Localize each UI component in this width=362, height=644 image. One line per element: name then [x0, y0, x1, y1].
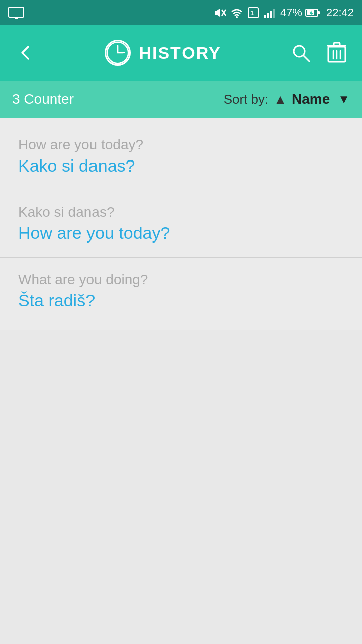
svg-rect-24 [334, 43, 340, 46]
app-bar-title: HISTORY [105, 40, 221, 66]
search-button[interactable] [288, 40, 314, 66]
list-item[interactable]: How are you today? Kako si danas? [0, 123, 362, 190]
screen-icon [8, 7, 24, 19]
history-list: How are you today? Kako si danas? Kako s… [0, 118, 362, 330]
sim-icon: 1 [247, 7, 260, 19]
history-clock-icon [105, 40, 131, 66]
signal-icon [263, 7, 277, 19]
sort-dropdown-icon[interactable]: ▼ [338, 92, 350, 106]
svg-rect-15 [318, 11, 320, 14]
svg-point-17 [107, 42, 128, 63]
delete-button[interactable] [324, 40, 350, 66]
svg-rect-1 [15, 17, 18, 19]
status-bar-left [8, 7, 209, 19]
svg-rect-9 [264, 15, 266, 18]
sort-bar: 3 Counter Sort by: ▲ Name ▼ [0, 80, 362, 118]
item-primary-text: How are you today? [18, 137, 344, 153]
item-secondary-text: How are you today? [18, 223, 344, 243]
status-time: 22:42 [326, 6, 354, 19]
status-bar: 1 47% 22:42 [0, 0, 362, 25]
app-bar: HISTORY [0, 25, 362, 80]
sort-name-label: Name [292, 91, 330, 107]
svg-rect-11 [270, 11, 272, 18]
item-primary-text: What are you doing? [18, 272, 344, 288]
item-secondary-text: Šta radiš? [18, 291, 344, 310]
svg-line-21 [303, 55, 309, 61]
back-button[interactable] [12, 40, 38, 66]
item-primary-text: Kako si danas? [18, 204, 344, 220]
counter-label: 3 Counter [12, 91, 74, 107]
sort-by-label: Sort by: [224, 92, 269, 107]
svg-rect-12 [273, 9, 275, 18]
svg-text:1: 1 [250, 9, 254, 17]
app-bar-title-text: HISTORY [139, 43, 221, 63]
wifi-icon [230, 7, 244, 19]
svg-rect-0 [9, 7, 24, 17]
item-secondary-text: Kako si danas? [18, 156, 344, 176]
sort-direction-icon: ▲ [274, 92, 287, 107]
sort-controls[interactable]: Sort by: ▲ Name ▼ [224, 91, 350, 107]
battery-icon [305, 8, 320, 18]
svg-rect-3 [215, 11, 217, 15]
status-icons: 1 47% 22:42 [213, 6, 354, 19]
list-item[interactable]: What are you doing? Šta radiš? [0, 258, 362, 325]
list-item[interactable]: Kako si danas? How are you today? [0, 190, 362, 258]
svg-rect-10 [267, 13, 269, 18]
mute-icon [213, 7, 227, 19]
svg-marker-2 [217, 9, 220, 17]
svg-point-6 [236, 16, 238, 18]
battery-percentage: 47% [280, 6, 302, 19]
